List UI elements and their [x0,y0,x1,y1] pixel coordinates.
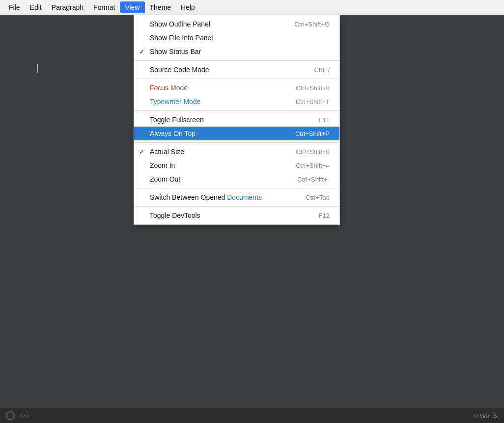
editor-cursor [37,64,38,73]
word-count: 0 Words [475,412,498,420]
menu-item-zoom-out-label: Zoom Out [150,175,278,183]
menu-view[interactable]: View [120,1,144,13]
menu-item-focus-mode-shortcut: Ctrl+Shift+0 [296,84,330,92]
status-bar-left: </> [6,411,29,420]
separator-6 [134,206,339,207]
menu-item-switch-documents[interactable]: Switch Between Opened Documents Ctrl+Tab [134,190,339,204]
circle-icon[interactable] [6,411,15,420]
menu-item-toggle-devtools-shortcut: F12 [319,212,330,219]
separator-4 [134,142,339,143]
menu-item-source-code-mode-label: Source Code Mode [150,66,295,74]
menu-edit[interactable]: Edit [25,1,47,13]
status-bar: </> 0 Words [0,408,504,423]
menu-item-toggle-fullscreen[interactable]: Toggle Fullscreen F11 [134,113,339,127]
menu-item-toggle-fullscreen-label: Toggle Fullscreen [150,116,299,124]
check-mark-status-bar: ✓ [139,48,144,55]
menu-item-show-file-info-label: Show File Info Panel [150,34,310,42]
menu-item-actual-size[interactable]: ✓ Actual Size Ctrl+Shift+0 [134,145,339,159]
menu-item-zoom-out-shortcut: Ctrl+Shift+- [297,176,330,183]
menu-item-zoom-out[interactable]: Zoom Out Ctrl+Shift+- [134,172,339,186]
menu-item-source-code-mode-shortcut: Ctrl+/ [314,66,330,74]
menu-item-zoom-in-shortcut: Ctrl+Shift+= [296,162,330,169]
menu-theme[interactable]: Theme [145,1,176,13]
menu-item-show-outline-shortcut: Ctrl+Shift+O [294,21,330,28]
menu-help[interactable]: Help [176,1,200,13]
check-mark-actual-size: ✓ [139,148,144,156]
menu-item-toggle-fullscreen-shortcut: F11 [319,116,330,124]
menu-item-show-status-bar-label: Show Status Bar [150,48,310,55]
menu-item-always-on-top[interactable]: Always On Top Ctrl+Shift+P [134,127,339,140]
menu-item-zoom-in[interactable]: Zoom In Ctrl+Shift+= [134,159,339,172]
menu-item-switch-documents-shortcut: Ctrl+Tab [306,194,330,201]
menu-item-typewriter-mode-label: Typewriter Mode [150,98,276,106]
separator-1 [134,60,339,61]
menu-item-show-file-info[interactable]: Show File Info Panel [134,31,339,45]
code-icon[interactable]: </> [20,412,29,420]
menu-item-source-code-mode[interactable]: Source Code Mode Ctrl+/ [134,63,339,77]
separator-5 [134,188,339,188]
menu-bar: File Edit Paragraph Format View Theme He… [0,0,504,15]
menu-item-toggle-devtools[interactable]: Toggle DevTools F12 [134,209,339,222]
menu-item-typewriter-mode[interactable]: Typewriter Mode Ctrl+Shift+T [134,95,339,108]
menu-item-show-outline[interactable]: Show Outline Panel Ctrl+Shift+O [134,17,339,31]
menu-item-focus-mode[interactable]: Focus Mode Ctrl+Shift+0 [134,81,339,95]
menu-item-toggle-devtools-label: Toggle DevTools [150,212,299,219]
menu-file[interactable]: File [4,1,25,13]
menu-item-show-outline-label: Show Outline Panel [150,20,275,28]
menu-item-show-status-bar[interactable]: ✓ Show Status Bar [134,45,339,58]
separator-3 [134,110,339,111]
menu-item-actual-size-label: Actual Size [150,148,276,156]
separator-2 [134,79,339,79]
view-dropdown-menu: Show Outline Panel Ctrl+Shift+O Show Fil… [134,15,340,225]
menu-item-always-on-top-shortcut: Ctrl+Shift+P [295,130,330,137]
menu-item-actual-size-shortcut: Ctrl+Shift+0 [296,148,330,156]
menu-paragraph[interactable]: Paragraph [47,1,88,13]
menu-item-focus-mode-label: Focus Mode [150,84,276,92]
menu-item-switch-documents-label: Switch Between Opened Documents [150,193,286,201]
menu-format[interactable]: Format [88,1,120,13]
menu-item-typewriter-mode-shortcut: Ctrl+Shift+T [296,98,330,106]
menu-item-zoom-in-label: Zoom In [150,161,276,169]
menu-item-always-on-top-label: Always On Top [150,130,276,137]
